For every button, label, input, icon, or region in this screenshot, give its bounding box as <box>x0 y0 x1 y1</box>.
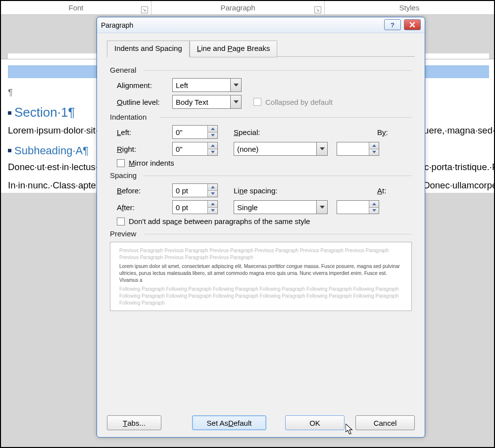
spin-up-icon[interactable] <box>369 201 379 208</box>
set-as-default-button[interactable]: Set As Default <box>192 415 266 430</box>
dialog-tabs: Indents and Spacing Line and Page Breaks <box>107 40 415 57</box>
indent-left-spinner[interactable]: 0" <box>172 125 218 139</box>
line-spacing-combo[interactable]: Single <box>234 200 328 214</box>
spin-up-icon[interactable] <box>208 184 217 191</box>
spin-down-icon[interactable] <box>208 191 217 197</box>
ribbon-paragraph-label: Paragraph <box>220 3 255 12</box>
spin-down-icon[interactable] <box>369 208 379 214</box>
spin-up-icon[interactable] <box>208 142 217 149</box>
special-label: Special: <box>218 128 288 136</box>
spin-up-icon[interactable] <box>369 142 379 149</box>
no-space-same-style-checkbox[interactable] <box>117 218 125 225</box>
ribbon-group-paragraph: Paragraph ↘ <box>151 1 325 14</box>
no-space-same-style-label: Don't add space between paragraphs of th… <box>129 217 310 225</box>
before-label: Before: <box>117 186 172 195</box>
preview-sample: Lorem ipsum dolor sit amet, consectetuer… <box>119 263 402 284</box>
indent-right-label: Right: <box>117 145 172 153</box>
dialog-launcher-icon[interactable]: ↘ <box>314 6 321 13</box>
outline-level-combo[interactable]: Body Text <box>172 95 242 109</box>
paragraph-dialog: Paragraph ? Indents and Spacing Line and… <box>97 17 425 438</box>
dialog-launcher-icon[interactable]: ↘ <box>141 6 148 13</box>
before-spinner[interactable]: 0 pt <box>172 183 218 197</box>
ok-button[interactable]: OK <box>285 415 345 430</box>
by-label: By: <box>377 128 412 136</box>
chevron-down-icon[interactable] <box>316 142 327 155</box>
preview-following: Following Paragraph Following Paragraph … <box>119 286 402 307</box>
preview-previous: Previous Paragraph Previous Paragraph Pr… <box>119 247 402 261</box>
at-spinner[interactable] <box>337 200 379 214</box>
tab-indents-spacing[interactable]: Indents and Spacing <box>107 41 190 57</box>
collapsed-label: Collapsed by default <box>265 98 333 106</box>
ribbon-font-label: Font <box>68 3 83 12</box>
group-general: General <box>110 66 412 74</box>
indent-left-label: Left: <box>117 128 172 136</box>
spin-down-icon[interactable] <box>208 149 217 156</box>
mirror-indents-label: Mirror indents <box>129 159 174 167</box>
spin-down-icon[interactable] <box>369 149 379 156</box>
dialog-titlebar[interactable]: Paragraph ? <box>97 17 425 33</box>
ribbon-group-styles: Styles <box>325 1 494 14</box>
collapsed-checkbox <box>253 98 261 106</box>
alignment-label: Alignment: <box>117 81 172 90</box>
preview-box: Previous Paragraph Previous Paragraph Pr… <box>110 242 412 311</box>
chevron-down-icon[interactable] <box>230 95 241 108</box>
close-icon <box>409 22 415 28</box>
chevron-down-icon[interactable] <box>230 79 241 91</box>
by-spinner[interactable] <box>337 142 379 156</box>
after-spinner[interactable]: 0 pt <box>172 200 218 214</box>
at-label: At: <box>377 186 412 195</box>
tab-line-page-breaks[interactable]: Line and Page Breaks <box>190 41 278 57</box>
spin-down-icon[interactable] <box>208 133 217 139</box>
dialog-button-row: Tabs... Set As Default OK Cancel <box>97 415 425 430</box>
spin-down-icon[interactable] <box>208 208 217 214</box>
ribbon-group-font: Font ↘ <box>1 1 151 14</box>
heading-bullet-icon <box>8 111 11 115</box>
mirror-indents-checkbox[interactable] <box>117 159 125 167</box>
line-spacing-label: Line spacing: <box>218 186 288 195</box>
cancel-button[interactable]: Cancel <box>355 415 415 430</box>
help-button[interactable]: ? <box>384 19 401 30</box>
special-combo[interactable]: (none) <box>234 142 328 156</box>
spin-up-icon[interactable] <box>208 201 217 208</box>
chevron-down-icon[interactable] <box>316 201 327 214</box>
group-preview: Preview <box>110 229 412 238</box>
group-indentation: Indentation <box>110 113 412 121</box>
ribbon-group-row: Font ↘ Paragraph ↘ Styles <box>1 1 494 15</box>
spin-up-icon[interactable] <box>208 126 217 133</box>
tabs-button[interactable]: Tabs... <box>107 415 161 430</box>
alignment-combo[interactable]: Left <box>172 78 242 92</box>
indent-right-spinner[interactable]: 0" <box>172 142 218 156</box>
dialog-title: Paragraph <box>101 21 133 29</box>
heading-bullet-icon <box>8 149 11 152</box>
ribbon-styles-label: Styles <box>399 3 420 12</box>
close-button[interactable] <box>404 19 421 30</box>
after-label: After: <box>117 203 172 212</box>
group-spacing: Spacing <box>110 171 412 179</box>
outline-level-label: Outline level: <box>117 98 172 106</box>
